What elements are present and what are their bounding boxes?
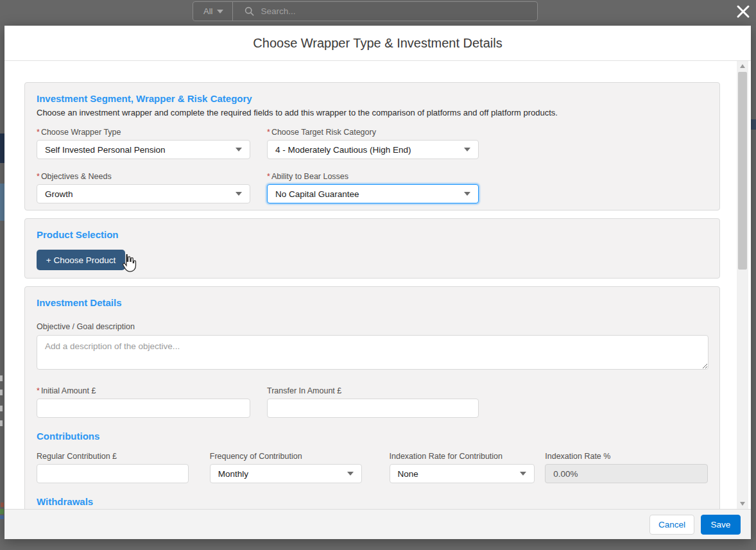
segment-section-description: Choose an investment wrapper and complet…	[37, 108, 708, 117]
frequency-select[interactable]: Monthly	[210, 464, 362, 483]
frequency-label: Frequency of Contribution	[210, 452, 362, 461]
wrapper-type-field: *Choose Wrapper Type Self Invested Perso…	[37, 128, 250, 159]
investment-details-section: Investment Details Objective / Goal desc…	[24, 286, 720, 509]
close-icon[interactable]	[733, 1, 753, 22]
frequency-value: Monthly	[218, 469, 248, 479]
indexation-rate-label: Indexation Rate %	[545, 452, 708, 461]
transfer-in-field: Transfer In Amount £	[267, 386, 479, 418]
wrapper-details-modal: Choose Wrapper Type & Investment Details…	[4, 26, 751, 539]
field-row: *Objectives & Needs Growth *Ability to B…	[37, 172, 708, 203]
required-asterisk: *	[37, 128, 40, 137]
wrapper-type-select[interactable]: Self Invested Personal Pension	[37, 140, 250, 159]
triangle-down-icon	[740, 502, 745, 506]
background-fragment	[0, 420, 3, 426]
withdrawals-title: Withdrawals	[37, 496, 708, 507]
contributions-title: Contributions	[37, 431, 708, 442]
product-selection-title: Product Selection	[37, 229, 708, 240]
scrollbar-up-arrow[interactable]	[737, 61, 748, 71]
transfer-in-label: Transfer In Amount £	[267, 386, 479, 395]
objectives-label: *Objectives & Needs	[37, 172, 250, 181]
save-button[interactable]: Save	[701, 515, 741, 535]
indexation-rate-input	[545, 464, 708, 483]
segment-section-title: Investment Segment, Wrapper & Risk Categ…	[37, 93, 708, 104]
chevron-down-icon	[217, 10, 223, 13]
risk-category-label: *Choose Target Risk Category	[267, 128, 479, 137]
modal-title: Choose Wrapper Type & Investment Details	[253, 36, 502, 51]
initial-amount-field: *Initial Amount £	[37, 386, 250, 418]
risk-category-field: *Choose Target Risk Category 4 - Moderat…	[267, 128, 479, 159]
chevron-down-icon	[347, 472, 354, 476]
triangle-up-icon	[740, 64, 745, 68]
bear-losses-value: No Capital Guarantee	[275, 189, 359, 199]
background-fragment	[0, 184, 4, 221]
search-scope-label: All	[203, 6, 212, 16]
indexation-value: None	[398, 469, 418, 479]
chevron-down-icon	[464, 192, 470, 196]
chevron-down-icon	[236, 192, 242, 196]
app-header-dimmed: All	[0, 0, 756, 26]
initial-amount-label: *Initial Amount £	[37, 386, 250, 395]
search-icon	[245, 6, 254, 16]
background-fragment	[0, 133, 4, 163]
background-fragment	[0, 406, 3, 411]
field-row: *Choose Wrapper Type Self Invested Perso…	[37, 128, 708, 159]
required-asterisk: *	[37, 172, 40, 181]
field-row: *Initial Amount £ Transfer In Amount £	[37, 386, 708, 418]
frequency-field: Frequency of Contribution Monthly	[210, 452, 362, 483]
indexation-field: Indexation Rate for Contribution None	[390, 452, 535, 483]
objectives-value: Growth	[45, 189, 73, 199]
segment-section: Investment Segment, Wrapper & Risk Categ…	[24, 82, 720, 211]
objectives-field: *Objectives & Needs Growth	[37, 172, 250, 203]
scrollbar-down-arrow[interactable]	[737, 499, 748, 509]
background-fragment	[0, 375, 3, 381]
background-fragment	[0, 390, 3, 395]
modal-footer: Cancel Save	[4, 509, 751, 539]
modal-header: Choose Wrapper Type & Investment Details	[4, 26, 751, 61]
scrollbar-thumb[interactable]	[738, 72, 747, 270]
regular-contribution-input[interactable]	[37, 464, 189, 483]
search-scope-selector[interactable]: All	[193, 2, 233, 21]
objective-description-label: Objective / Goal description	[37, 322, 708, 331]
transfer-in-input[interactable]	[267, 399, 479, 418]
objective-description-textarea[interactable]	[37, 335, 709, 370]
chevron-down-icon	[520, 472, 526, 476]
required-asterisk: *	[267, 128, 270, 137]
modal-scrollbar[interactable]	[737, 61, 748, 509]
background-fragment	[0, 515, 4, 519]
wrapper-type-value: Self Invested Personal Pension	[45, 145, 166, 155]
regular-contribution-label: Regular Contribution £	[37, 452, 189, 461]
bear-losses-select[interactable]: No Capital Guarantee	[267, 184, 479, 203]
page-overlay: All Choose Wrapper Type & Investment Det…	[0, 0, 756, 550]
search-input[interactable]	[261, 6, 504, 16]
bear-losses-label: *Ability to Bear Losses	[267, 172, 479, 181]
background-fragment	[1, 503, 4, 507]
regular-contribution-field: Regular Contribution £	[37, 452, 189, 483]
indexation-select[interactable]: None	[390, 464, 535, 483]
initial-amount-input[interactable]	[37, 399, 250, 418]
bear-losses-field: *Ability to Bear Losses No Capital Guara…	[267, 172, 479, 203]
background-fragment	[751, 119, 756, 130]
required-asterisk: *	[267, 172, 270, 181]
objectives-select[interactable]: Growth	[37, 184, 250, 203]
risk-category-select[interactable]: 4 - Moderately Cautious (High End)	[267, 140, 479, 159]
choose-product-button[interactable]: + Choose Product	[37, 250, 125, 270]
indexation-rate-field: Indexation Rate %	[545, 452, 708, 483]
modal-body: Investment Segment, Wrapper & Risk Categ…	[4, 61, 751, 509]
required-asterisk: *	[37, 386, 40, 395]
background-fragment	[0, 509, 4, 514]
wrapper-type-label: *Choose Wrapper Type	[37, 128, 250, 137]
chevron-down-icon	[236, 148, 242, 151]
risk-category-value: 4 - Moderately Cautious (High End)	[275, 145, 411, 155]
contributions-row: Regular Contribution £ Frequency of Cont…	[37, 452, 708, 483]
investment-details-title: Investment Details	[37, 297, 708, 308]
global-search[interactable]: All	[193, 1, 538, 21]
chevron-down-icon	[464, 148, 470, 151]
cancel-button[interactable]: Cancel	[649, 515, 694, 535]
indexation-label: Indexation Rate for Contribution	[390, 452, 535, 461]
product-selection-section: Product Selection + Choose Product	[24, 218, 720, 279]
